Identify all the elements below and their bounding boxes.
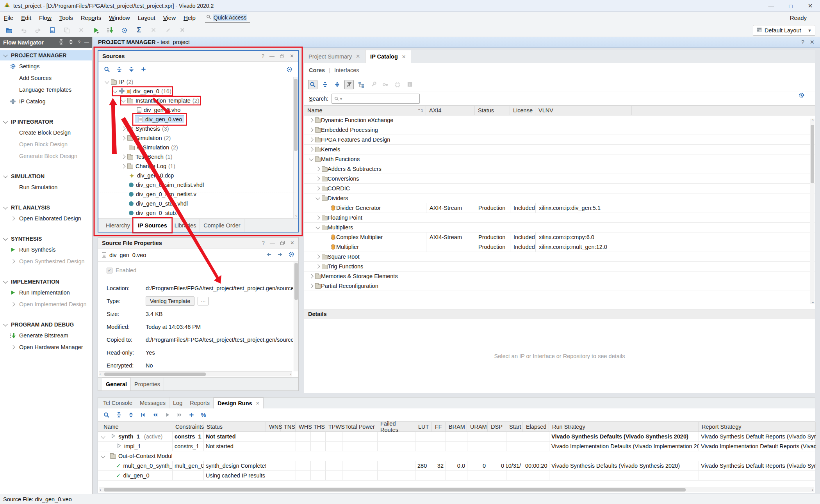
flow-item-ip-catalog[interactable]: IP Catalog (0, 96, 92, 107)
ip-row-complex-multiplier[interactable]: Complex MultiplierAXI4-StreamProductionI… (304, 232, 815, 242)
flow-item-run-simulation[interactable]: Run Simulation (0, 181, 92, 193)
tree-item-ip[interactable]: IP(2) (98, 77, 292, 87)
wrench-icon[interactable] (369, 80, 378, 89)
properties-hscrollbar[interactable]: ‹ › (99, 371, 292, 376)
unassign-button[interactable]: ✕ (176, 25, 188, 36)
flow-section-5[interactable]: IMPLEMENTATION (0, 277, 92, 287)
run-row-div-gen-0[interactable]: ✓div_gen_0Using cached IP results (98, 471, 815, 481)
column-name[interactable]: Name⌃1 (304, 106, 426, 115)
chevron-down-icon[interactable] (101, 454, 105, 458)
tree-item-instantiation-template[interactable]: Instantiation Template(2) (98, 96, 292, 105)
redo-button[interactable] (32, 25, 44, 36)
delete-button[interactable]: ✕ (75, 25, 87, 36)
flow-item-language-templates[interactable]: Language Templates (0, 84, 92, 96)
properties-vscrollbar[interactable] (294, 262, 298, 371)
runs-column-start[interactable]: Start (506, 422, 523, 431)
gear-icon[interactable] (285, 65, 294, 74)
expand-icon[interactable] (126, 410, 135, 420)
close-tab-icon[interactable]: ✕ (356, 53, 360, 59)
settings-button[interactable] (119, 25, 130, 36)
runs-column-status[interactable]: Status (203, 422, 266, 431)
runs-column-report-strategy[interactable]: Report Strategy (699, 422, 816, 431)
tree-item-test-bench[interactable]: Test Bench(1) (98, 152, 292, 161)
chevron-right-icon[interactable] (316, 254, 320, 259)
type-value-button[interactable]: Verilog Template (146, 296, 194, 306)
close-tab-icon[interactable]: ✕ (256, 401, 260, 406)
collapse-all-icon[interactable] (58, 39, 64, 46)
run-row-impl-1[interactable]: impl_1constrs_1Not startedVivado Impleme… (98, 442, 815, 451)
chevron-down-icon[interactable] (105, 79, 109, 83)
flow-item-open-synthesized-design[interactable]: Open Synthesized Design (0, 256, 92, 267)
help-icon[interactable]: ? (262, 53, 264, 59)
gear-icon[interactable] (799, 92, 805, 99)
flow-section-1[interactable]: IP INTEGRATOR (0, 117, 92, 127)
flow-item-generate-block-design[interactable]: Generate Block Design (0, 150, 92, 162)
chevron-right-icon[interactable] (316, 167, 320, 171)
design-runs-hscrollbar[interactable]: ‹ › (99, 487, 814, 492)
undo-button[interactable] (18, 25, 29, 36)
edit-button[interactable] (162, 25, 174, 36)
chevron-right-icon[interactable] (309, 284, 313, 288)
gear-icon[interactable] (288, 251, 294, 259)
runs-column-elapsed[interactable]: Elapsed (523, 422, 549, 431)
chevron-down-icon[interactable] (113, 89, 117, 93)
expand-all-icon[interactable] (68, 39, 74, 46)
ip-search-input[interactable]: ▾ (332, 94, 420, 104)
tab-messages[interactable]: Messages (136, 398, 169, 408)
tree-item-div-gen-0[interactable]: div_gen_0(16) (98, 87, 292, 96)
menu-help[interactable]: Help (180, 14, 200, 21)
tree-item-change-log[interactable]: Change Log(1) (98, 161, 292, 171)
flow-item-open-block-design[interactable]: Open Block Design (0, 138, 92, 150)
runs-column-tns[interactable]: TNS (281, 422, 296, 431)
flow-section-6[interactable]: PROGRAM AND DEBUG (0, 319, 92, 330)
runs-column-ths[interactable]: THS (310, 422, 325, 431)
sources-panel-header[interactable]: Sources ?―✕ (98, 51, 298, 62)
chevron-right-icon[interactable] (121, 164, 125, 168)
tab-general[interactable]: General (102, 378, 131, 390)
run-row-mult-gen-0-synth-1[interactable]: ✓mult_gen_0_synth_1mult_gen_0synth_desig… (98, 461, 815, 471)
ip-row-square-root[interactable]: Square Root (304, 252, 815, 262)
tab-properties[interactable]: Properties (131, 378, 164, 390)
chevron-right-icon[interactable] (121, 126, 125, 131)
runs-column-uram[interactable]: URAM (467, 422, 488, 431)
menu-layout[interactable]: Layout (134, 14, 159, 21)
help-icon[interactable]: ? (262, 240, 265, 246)
ip-table-header[interactable]: Name⌃1AXI4StatusLicenseVLNV (304, 105, 815, 115)
chevron-right-icon[interactable] (316, 186, 320, 190)
chevron-right-icon[interactable] (309, 137, 313, 142)
enabled-checkbox[interactable]: ✓ (107, 268, 112, 273)
runs-column-dsp[interactable]: DSP (488, 422, 506, 431)
prev-icon[interactable] (150, 410, 160, 420)
save-button[interactable] (46, 25, 58, 36)
flow-item-create-block-design[interactable]: Create Block Design (0, 127, 92, 138)
search-icon[interactable] (102, 65, 112, 74)
runs-column-bram[interactable]: BRAM (446, 422, 467, 431)
ip-row-trig-functions[interactable]: Trig Functions (304, 262, 815, 272)
flow-item-run-synthesis[interactable]: Run Synthesis (0, 244, 92, 256)
sources-scrollbar[interactable]: ⌄ (293, 77, 298, 218)
runs-column-tpws[interactable]: TPWS (325, 422, 342, 431)
info-icon[interactable] (405, 80, 414, 89)
chevron-down-icon[interactable] (121, 98, 125, 102)
runs-column-lut[interactable]: LUT (415, 422, 432, 431)
tree-item-simulation[interactable]: Simulation(2) (98, 133, 292, 143)
search-icon[interactable] (102, 410, 111, 420)
column-license[interactable]: License (510, 106, 535, 115)
doc-tab-project-summary[interactable]: Project Summary✕ (304, 50, 365, 63)
collapse-icon[interactable] (114, 410, 123, 420)
minimize-window-button[interactable]: ― (761, 0, 781, 12)
chip-icon[interactable] (393, 80, 402, 89)
tree-item-div-gen-0-stub.vhdl[interactable]: div_gen_0_stub.vhdl (98, 199, 292, 208)
chevron-right-icon[interactable] (309, 128, 313, 132)
close-panel-icon[interactable]: ✕ (290, 53, 294, 59)
tree-item-div-gen-0.veo[interactable]: div_gen_0.veo (98, 115, 292, 124)
flow-item-open-hardware-manager[interactable]: Open Hardware Manager (0, 341, 92, 353)
help-icon[interactable]: ? (78, 40, 80, 45)
first-icon[interactable] (138, 410, 148, 420)
column-status[interactable]: Status (475, 106, 510, 115)
flow-section-2[interactable]: SIMULATION (0, 171, 92, 181)
chevron-right-icon[interactable] (309, 118, 313, 122)
chevron-right-icon[interactable] (309, 147, 313, 151)
menu-reports[interactable]: Reports (77, 14, 105, 21)
minimize-panel-icon[interactable]: ― (84, 40, 89, 45)
